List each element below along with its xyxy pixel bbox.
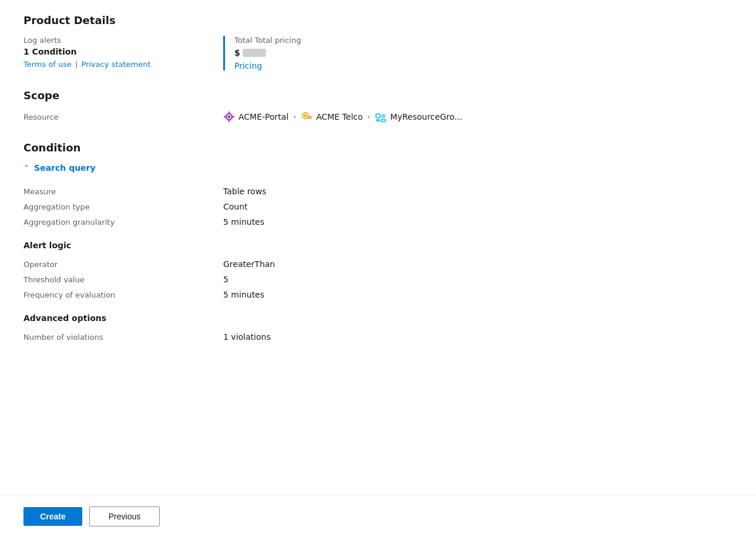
product-details-section: Product Details Log alerts 1 Condition T… <box>23 14 733 70</box>
aggregation-granularity-value: 5 minutes <box>223 217 733 227</box>
measure-value: Table rows <box>223 187 733 196</box>
key-icon <box>301 111 313 123</box>
condition-title: Condition <box>23 141 733 154</box>
frequency-label: Frequency of evaluation <box>23 290 223 299</box>
resource-row: Resource <box>23 111 733 123</box>
operator-value: GreaterThan <box>223 259 733 269</box>
scope-section: Scope Resource <box>23 89 733 123</box>
resource-chain: ACME-Portal › <box>223 111 462 123</box>
number-violations-value: 1 violations <box>223 332 733 342</box>
search-query-link[interactable]: Search query <box>34 163 96 173</box>
resource-item-telco: ACME Telco <box>301 111 362 123</box>
separator: | <box>75 60 78 69</box>
resource-group-icon <box>375 111 387 123</box>
resource-item-rg: MyResourceGro... <box>375 111 462 123</box>
alert-logic-title: Alert logic <box>23 241 733 250</box>
resource-name-telco: ACME Telco <box>316 112 362 121</box>
create-button[interactable]: Create <box>23 507 82 526</box>
condition-details-grid: Measure Table rows Aggregation type Coun… <box>23 187 733 227</box>
aggregation-type-label: Aggregation type <box>23 202 223 211</box>
svg-rect-11 <box>308 118 310 120</box>
price-symbol: $ <box>234 48 240 58</box>
svg-point-8 <box>304 114 307 117</box>
privacy-statement-link[interactable]: Privacy statement <box>81 60 150 69</box>
price-blur <box>243 49 266 57</box>
svg-rect-12 <box>376 114 380 118</box>
page-wrapper: Product Details Log alerts 1 Condition T… <box>0 0 756 537</box>
chevron-icon-2: › <box>368 113 371 121</box>
price-value: $ <box>234 48 733 58</box>
product-details-grid: Log alerts 1 Condition Terms of use | Pr… <box>23 36 733 70</box>
terms-of-use-link[interactable]: Terms of use <box>23 60 72 69</box>
measure-label: Measure <box>23 187 223 196</box>
product-details-title: Product Details <box>23 14 733 26</box>
svg-rect-15 <box>381 119 385 121</box>
main-content: Product Details Log alerts 1 Condition T… <box>0 0 756 537</box>
links-row: Terms of use | Privacy statement <box>23 60 223 69</box>
number-violations-label: Number of violations <box>23 332 223 342</box>
aggregation-type-value: Count <box>223 202 733 211</box>
operator-label: Operator <box>23 259 223 269</box>
total-pricing-label: Total Total pricing <box>234 36 733 45</box>
footer-bar: Create Previous <box>0 495 756 537</box>
search-query-row: ⌃ Search query <box>23 163 733 173</box>
condition-text: 1 Condition <box>23 47 223 56</box>
resource-label: Resource <box>23 113 223 121</box>
svg-rect-10 <box>310 118 312 119</box>
chevron-icon-1: › <box>293 113 296 121</box>
resource-name-portal: ACME-Portal <box>238 112 288 121</box>
collapse-icon: ⌃ <box>23 164 29 172</box>
scope-title: Scope <box>23 89 733 102</box>
resource-name-rg: MyResourceGro... <box>390 112 462 121</box>
svg-rect-13 <box>381 114 385 118</box>
alert-logic-grid: Operator GreaterThan Threshold value 5 F… <box>23 259 733 299</box>
advanced-options-title: Advanced options <box>23 313 733 323</box>
product-col-right: Total Total pricing $ Pricing <box>223 36 733 70</box>
resource-item-portal: ACME-Portal <box>223 111 288 123</box>
pricing-link[interactable]: Pricing <box>234 61 262 70</box>
aggregation-granularity-label: Aggregation granularity <box>23 217 223 227</box>
previous-button[interactable]: Previous <box>89 506 160 526</box>
portal-icon <box>223 111 235 123</box>
svg-rect-14 <box>376 119 380 121</box>
threshold-value: 5 <box>223 275 733 284</box>
condition-section: Condition ⌃ Search query Measure Table r… <box>23 141 733 342</box>
svg-point-2 <box>228 116 230 118</box>
log-alerts-label: Log alerts <box>23 36 223 45</box>
threshold-label: Threshold value <box>23 275 223 284</box>
svg-rect-9 <box>308 116 312 118</box>
product-col-left: Log alerts 1 Condition Terms of use | Pr… <box>23 36 223 70</box>
advanced-options-grid: Number of violations 1 violations <box>23 332 733 342</box>
frequency-value: 5 minutes <box>223 290 733 299</box>
